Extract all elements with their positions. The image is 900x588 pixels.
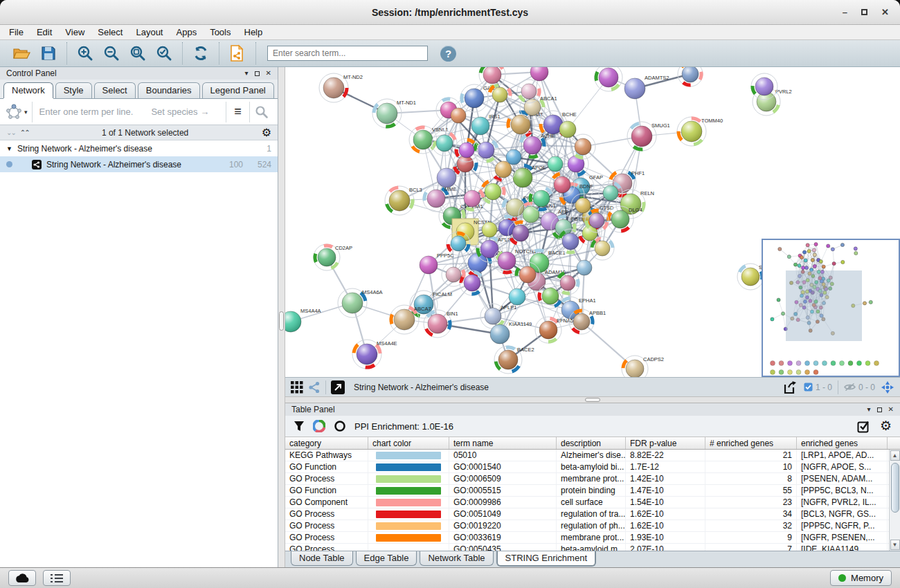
gear-icon[interactable]: ⚙ <box>262 127 271 138</box>
column-header-description[interactable]: description <box>557 437 626 449</box>
cloud-tasks-button[interactable] <box>8 570 36 586</box>
scroll-down-icon[interactable]: ▼ <box>890 540 900 550</box>
birds-eye-view[interactable] <box>762 239 900 377</box>
network-node[interactable] <box>755 77 773 95</box>
network-node[interactable] <box>577 260 592 275</box>
network-node[interactable] <box>682 67 699 82</box>
network-node[interactable] <box>495 161 512 178</box>
column-header-enriched-genes[interactable]: enriched genes <box>797 437 888 449</box>
table-row[interactable]: GO ComponentGO:0009986cell surface1.54E-… <box>285 497 889 508</box>
table-row[interactable]: KEGG Pathways05010Alzheimer's dise...8.8… <box>285 450 889 461</box>
grid-mode-button[interactable] <box>291 381 303 394</box>
network-node[interactable] <box>436 135 453 151</box>
string-protein-query-button[interactable]: ▾ <box>5 102 33 122</box>
refresh-button[interactable] <box>190 43 211 64</box>
table-row[interactable]: GO ProcessGO:0033619membrane prot...1.93… <box>285 532 889 544</box>
menu-layout[interactable]: Layout <box>136 27 163 37</box>
network-node[interactable] <box>483 67 501 84</box>
tab-edge-table[interactable]: Edge Table <box>356 551 417 566</box>
collapse-all-icon[interactable]: ⌄⌄ <box>6 129 15 136</box>
network-node[interactable]: TOMM40 <box>681 118 723 142</box>
network-node[interactable] <box>521 84 537 99</box>
column-header-term-name[interactable]: term name <box>449 437 557 449</box>
open-session-button[interactable] <box>12 43 33 64</box>
scroll-up-icon[interactable]: ▲ <box>890 450 900 461</box>
help-button[interactable]: ? <box>440 46 456 62</box>
table-row[interactable]: GO ProcessGO:0006509membrane prot...1.42… <box>285 473 889 485</box>
menu-file[interactable]: File <box>9 27 24 37</box>
network-node[interactable] <box>464 190 480 207</box>
network-node[interactable] <box>560 275 575 291</box>
panel-float-icon[interactable] <box>877 407 882 412</box>
network-node[interactable] <box>559 121 576 138</box>
column-header-fdr-p-value[interactable]: FDR p-value <box>626 437 705 449</box>
zoom-selected-button[interactable] <box>154 43 174 64</box>
minimap-viewport[interactable] <box>786 270 862 341</box>
network-node[interactable] <box>512 225 529 241</box>
task-history-button[interactable] <box>43 570 71 586</box>
tab-network[interactable]: Network <box>3 82 53 98</box>
network-node[interactable] <box>457 156 474 172</box>
column-header-category[interactable]: category <box>285 437 368 449</box>
scrollbar-thumb[interactable] <box>891 463 899 513</box>
network-node[interactable]: ADAMTS2 <box>624 75 669 99</box>
search-input[interactable] <box>267 46 428 61</box>
table-split-divider[interactable] <box>285 396 900 403</box>
string-options-button[interactable]: ≡ <box>226 102 249 122</box>
table-row[interactable]: GO ProcessGO:0050435beta-amyloid m...2.0… <box>285 544 889 551</box>
panel-collapse-icon[interactable]: ▾ <box>867 406 871 413</box>
network-node[interactable] <box>509 288 525 305</box>
panel-close-icon[interactable]: ✕ <box>888 406 894 413</box>
tab-network-table[interactable]: Network Table <box>420 551 493 566</box>
network-node[interactable] <box>446 267 461 282</box>
divider-grip[interactable] <box>585 398 600 402</box>
minimize-button[interactable]: – <box>843 7 847 18</box>
remove-chart-button[interactable] <box>334 420 346 432</box>
network-collection-row[interactable]: ▼ String Network - Alzheimer's disease 1 <box>0 140 278 156</box>
network-node[interactable] <box>519 266 536 283</box>
triangle-down-icon[interactable]: ▼ <box>6 145 12 152</box>
select-rows-button[interactable] <box>857 420 870 433</box>
menu-apps[interactable]: Apps <box>177 27 197 37</box>
table-scrollbar[interactable]: ▲ ▼ <box>889 450 900 551</box>
column-header--enriched-genes[interactable]: # enriched genes <box>705 437 797 449</box>
birdseye-toggle-button[interactable] <box>881 380 894 394</box>
network-node[interactable] <box>530 67 548 81</box>
tab-legend-panel[interactable]: Legend Panel <box>202 82 274 98</box>
network-node[interactable] <box>554 176 570 193</box>
close-button[interactable]: ✕ <box>881 7 889 18</box>
network-node[interactable] <box>603 185 618 201</box>
network-node[interactable] <box>595 241 610 256</box>
menu-help[interactable]: Help <box>244 27 263 37</box>
network-row[interactable]: String Network - Alzheimer's disease 100… <box>0 156 278 172</box>
save-session-button[interactable] <box>38 43 59 64</box>
table-row[interactable]: GO ProcessGO:0019220regulation of ph...1… <box>285 520 889 532</box>
network-node[interactable] <box>599 68 618 87</box>
network-node[interactable]: MS4A4E <box>357 340 397 365</box>
menu-select[interactable]: Select <box>98 27 123 37</box>
table-settings-gear-icon[interactable]: ⚙ <box>880 421 892 432</box>
network-node[interactable] <box>548 156 563 172</box>
network-node[interactable] <box>492 87 507 102</box>
tab-boundaries[interactable]: Boundaries <box>138 82 200 98</box>
panel-collapse-icon[interactable]: ▾ <box>245 70 249 77</box>
panel-close-icon[interactable]: ✕ <box>266 70 271 77</box>
network-node[interactable] <box>542 288 559 304</box>
panel-split-divider[interactable] <box>278 67 285 567</box>
network-canvas[interactable]: MT-ND2MT-ND1VSNL1GAB2IRS1CHATABCA1BCHEAC… <box>285 67 900 377</box>
network-node[interactable]: MS4A4A <box>285 308 321 332</box>
tab-select[interactable]: Select <box>94 82 136 98</box>
network-node[interactable] <box>464 275 480 291</box>
network-node[interactable] <box>451 236 466 251</box>
network-node[interactable] <box>482 222 497 237</box>
export-network-button[interactable] <box>783 380 798 394</box>
column-header-chart-color[interactable]: chart color <box>368 437 449 449</box>
tab-style[interactable]: Style <box>55 82 92 98</box>
network-node[interactable] <box>589 213 604 228</box>
import-network-button[interactable] <box>227 43 248 64</box>
network-node[interactable]: BACE2 <box>498 347 534 369</box>
panel-float-icon[interactable] <box>255 71 260 76</box>
network-node[interactable] <box>575 138 591 155</box>
menu-view[interactable]: View <box>65 27 84 37</box>
network-node[interactable]: CADPS2 <box>626 356 664 377</box>
